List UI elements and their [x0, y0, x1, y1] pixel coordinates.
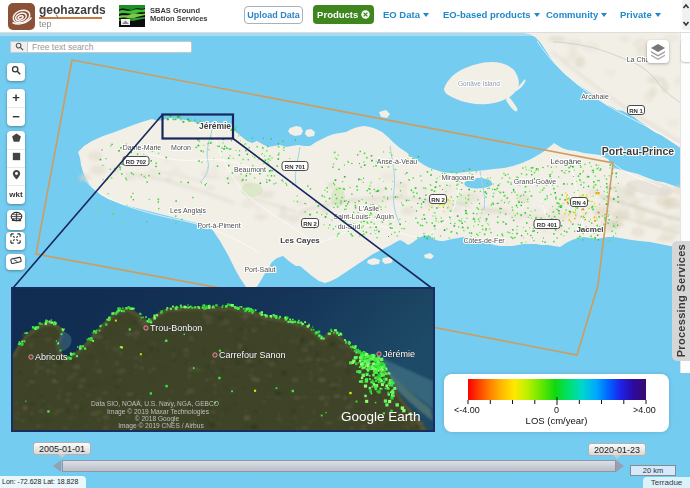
svg-text:L'Asile: L'Asile: [359, 205, 380, 212]
svg-text:RN 2: RN 2: [431, 197, 445, 203]
svg-text:Grand-Goâve: Grand-Goâve: [514, 178, 557, 185]
svg-text:Dame-Marie: Dame-Marie: [123, 144, 162, 151]
svg-text:Port-au-Prince: Port-au-Prince: [602, 145, 675, 157]
svg-text:Anse-à-Veau: Anse-à-Veau: [377, 158, 418, 165]
svg-text:Jérémie: Jérémie: [383, 349, 415, 359]
svg-text:Arcahaie: Arcahaie: [581, 93, 609, 100]
svg-text:Gonâve Island: Gonâve Island: [458, 80, 500, 87]
svg-text:RN 1: RN 1: [629, 108, 643, 114]
svg-text:Image © 2019 CNES / Airbus: Image © 2019 CNES / Airbus: [118, 422, 204, 430]
svg-text:Trou-Bonbon: Trou-Bonbon: [150, 323, 202, 333]
svg-text:Beaumont: Beaumont: [234, 166, 266, 173]
svg-text:RD 401: RD 401: [537, 222, 558, 228]
svg-text:Abricots: Abricots: [35, 352, 68, 362]
svg-text:Les Cayes: Les Cayes: [280, 236, 320, 245]
svg-text:RD 702: RD 702: [126, 159, 147, 165]
svg-text:Léogâne: Léogâne: [550, 157, 582, 166]
svg-text:Data SIO, NOAA, U.S. Navy, NGA: Data SIO, NOAA, U.S. Navy, NGA, GEBCO: [91, 400, 219, 408]
svg-text:Port-Salut: Port-Salut: [244, 266, 275, 273]
svg-text:Port-à-Piment: Port-à-Piment: [197, 222, 240, 229]
svg-text:Carrefour Sanon: Carrefour Sanon: [219, 350, 286, 360]
svg-text:RN 4: RN 4: [572, 200, 586, 206]
svg-text:Les Anglais: Les Anglais: [170, 207, 206, 215]
svg-text:RN 701: RN 701: [285, 164, 306, 170]
svg-text:La Cha: La Cha: [627, 56, 650, 63]
svg-text:Google Earth: Google Earth: [341, 409, 421, 424]
svg-text:Moron: Moron: [171, 144, 191, 151]
svg-text:Aquin: Aquin: [376, 213, 394, 221]
svg-text:Côtes-de-Fer: Côtes-de-Fer: [463, 237, 505, 244]
svg-text:Miragoane: Miragoane: [441, 174, 474, 182]
svg-text:Jérémie: Jérémie: [199, 121, 231, 131]
svg-text:RN 2: RN 2: [303, 221, 317, 227]
svg-text:Jacmel: Jacmel: [576, 225, 603, 234]
